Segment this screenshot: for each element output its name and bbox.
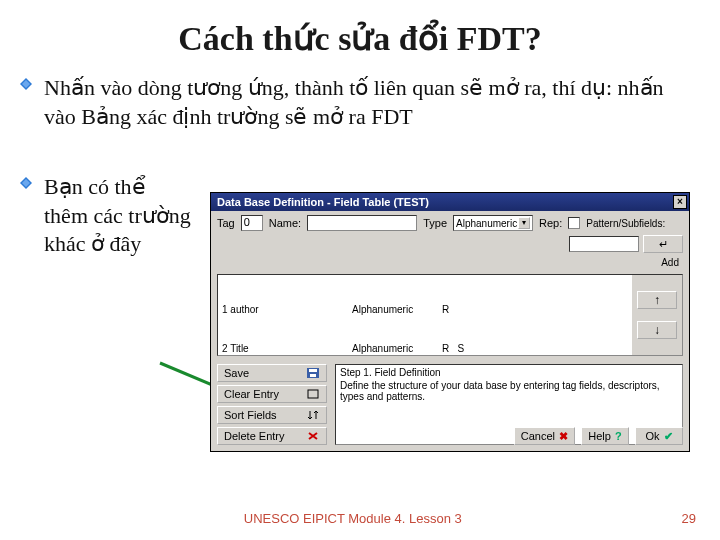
field-list: 1 authorAlphanumericR 2 TitleAlphanumeri… [217, 274, 683, 356]
delete-entry-button[interactable]: Delete Entry [217, 427, 327, 445]
close-icon[interactable]: × [673, 195, 687, 209]
delete-icon [306, 430, 320, 442]
type-selected: Alphanumeric [456, 218, 517, 229]
bullet-2-text: Bạn có thể thêm các trường khác ở đây [44, 174, 191, 256]
ok-button[interactable]: Ok ✔ [635, 427, 683, 445]
chevron-down-icon[interactable]: ▾ [518, 217, 530, 229]
move-up-button[interactable]: ↑ [637, 291, 677, 309]
add-button[interactable]: ↵ [643, 235, 683, 253]
field-list-body[interactable]: 1 authorAlphanumericR 2 TitleAlphanumeri… [218, 275, 632, 355]
cancel-icon: ✖ [559, 430, 568, 443]
clear-icon [306, 388, 320, 400]
type-select[interactable]: Alphanumeric ▾ [453, 215, 533, 231]
fdt-dialog: Data Base Definition - Field Table (TEST… [210, 192, 690, 452]
svg-rect-6 [309, 369, 317, 372]
diamond-icon [20, 78, 32, 90]
slide-title: Cách thức sửa đổi FDT? [0, 0, 720, 68]
table-row: 2 TitleAlphanumericR S [222, 342, 628, 355]
page-number: 29 [682, 511, 696, 526]
svg-rect-7 [310, 374, 316, 377]
label-name: Name: [269, 217, 301, 229]
svg-rect-8 [308, 390, 318, 398]
step-title: Step 1. Field Definition [340, 367, 678, 378]
rep-checkbox[interactable] [568, 217, 580, 229]
bullet-1-text: Nhấn vào dòng tương ứng, thành tố liên q… [44, 75, 664, 129]
save-icon [306, 367, 320, 379]
help-button[interactable]: Help ? [581, 427, 629, 445]
sort-fields-button[interactable]: Sort Fields [217, 406, 327, 424]
return-icon: ↵ [659, 238, 668, 251]
tag-input[interactable]: 0 [241, 215, 263, 231]
bullet-1: Nhấn vào dòng tương ứng, thành tố liên q… [0, 68, 720, 137]
move-down-button[interactable]: ↓ [637, 321, 677, 339]
table-row: 1 authorAlphanumericR [222, 303, 628, 316]
ok-icon: ✔ [664, 430, 673, 443]
bullet-2: Bạn có thể thêm các trường khác ở đây [0, 167, 220, 265]
help-icon: ? [615, 430, 622, 442]
pattern-input[interactable] [569, 236, 639, 252]
sort-icon [306, 409, 320, 421]
label-type: Type [423, 217, 447, 229]
slide-footer: UNESCO EIPICT Module 4. Lesson 3 29 [0, 511, 720, 526]
add-label: Add [211, 257, 689, 270]
footer-text: UNESCO EIPICT Module 4. Lesson 3 [244, 511, 462, 526]
diamond-icon [20, 177, 32, 189]
clear-entry-button[interactable]: Clear Entry [217, 385, 327, 403]
save-button[interactable]: Save [217, 364, 327, 382]
name-input[interactable] [307, 215, 417, 231]
dialog-titlebar[interactable]: Data Base Definition - Field Table (TEST… [211, 193, 689, 211]
step-text: Define the structure of your data base b… [340, 380, 678, 402]
label-pattern: Pattern/Subfields: [586, 218, 665, 229]
cancel-button[interactable]: Cancel ✖ [514, 427, 575, 445]
label-tag: Tag [217, 217, 235, 229]
label-rep: Rep: [539, 217, 562, 229]
dialog-title: Data Base Definition - Field Table (TEST… [217, 196, 429, 208]
